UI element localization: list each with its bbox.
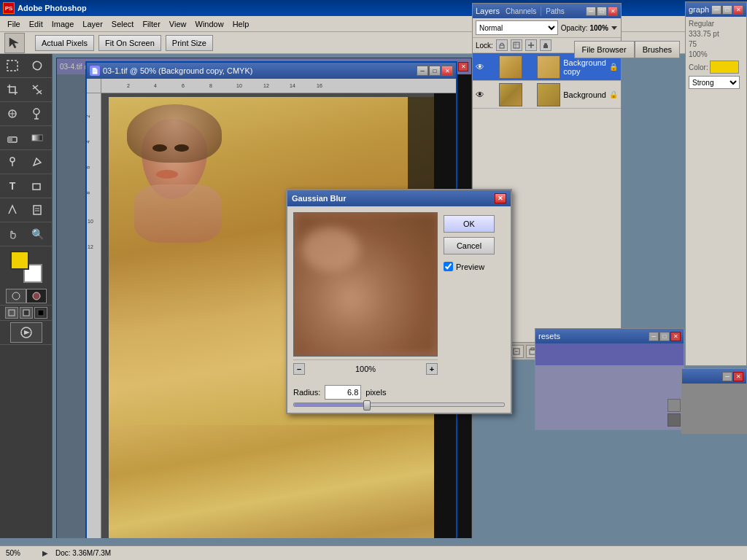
radius-slider-track[interactable] <box>293 402 505 407</box>
screen-mode-1[interactable] <box>5 307 18 319</box>
screen-mode-2[interactable] <box>20 307 33 319</box>
radius-unit: pixels <box>365 388 386 397</box>
menu-help[interactable]: Help <box>228 18 254 30</box>
foreground-color-swatch[interactable] <box>10 251 29 270</box>
file-browser-button[interactable]: File Browser <box>574 41 635 58</box>
marquee-tool[interactable] <box>0 54 25 77</box>
actual-pixels-button[interactable]: Actual Pixels <box>35 35 94 51</box>
style-dropdown[interactable]: Strong None Sharp Crisp Smooth <box>689 76 740 89</box>
lock-image-btn[interactable] <box>511 39 522 51</box>
char-close-btn[interactable]: ✕ <box>733 5 743 15</box>
stamp-tool[interactable] <box>25 102 50 125</box>
slice-tool[interactable] <box>25 78 50 101</box>
fg-bg-colors[interactable] <box>10 251 42 283</box>
layers-minimize-btn[interactable]: ─ <box>586 7 596 16</box>
paths-tab[interactable]: Paths <box>541 7 569 16</box>
fit-on-screen-button[interactable]: Fit On Screen <box>98 35 161 51</box>
resets-btn-2[interactable] <box>667 413 681 427</box>
crop-tool[interactable] <box>0 78 25 101</box>
menu-window[interactable]: Window <box>191 18 228 30</box>
person-layer <box>120 104 251 308</box>
svg-rect-7 <box>8 137 12 142</box>
resets-highlight-row <box>535 343 684 365</box>
svg-rect-26 <box>543 45 548 48</box>
status-nav-arrow[interactable]: ▶ <box>42 549 48 557</box>
layers-close-btn[interactable]: ✕ <box>608 7 618 16</box>
gaussian-blur-ok-btn[interactable]: OK <box>444 215 495 233</box>
type-tool[interactable]: T <box>0 174 25 198</box>
resets-btn-1[interactable] <box>667 399 681 412</box>
app-icon: PS <box>3 2 15 14</box>
color-row: Color: <box>689 61 743 74</box>
text-color-swatch[interactable] <box>710 61 739 74</box>
zoom-in-btn[interactable]: + <box>426 363 438 375</box>
layer-item-background[interactable]: 👁 Background 🔒 <box>473 81 621 109</box>
channels-tab[interactable]: Channels <box>501 7 541 16</box>
resets-maximize-btn[interactable]: □ <box>659 332 670 341</box>
radius-slider-thumb[interactable] <box>363 400 371 411</box>
blend-mode-select[interactable]: Normal Multiply Screen Overlay <box>476 20 558 35</box>
gaussian-blur-preview: – 100% + <box>293 212 438 375</box>
tool-cursor-icon[interactable] <box>4 33 25 53</box>
doc-close-btn[interactable]: ✕ <box>441 66 453 76</box>
menu-view[interactable]: View <box>165 18 191 30</box>
print-size-button[interactable]: Print Size <box>166 35 213 51</box>
eraser-tool[interactable] <box>0 126 25 149</box>
doc-minimize-btn[interactable]: ─ <box>417 66 428 76</box>
path-select-tool[interactable] <box>0 198 25 222</box>
svg-point-14 <box>12 292 20 300</box>
color-area <box>0 246 52 287</box>
doc-maximize-btn[interactable]: □ <box>429 66 441 76</box>
radius-label: Radius: <box>293 388 320 397</box>
doc-icon: 📄 <box>90 66 100 76</box>
panel-buttons: File Browser Brushes <box>574 41 680 58</box>
sec-close-btn[interactable]: ✕ <box>733 372 743 381</box>
doc-title-bar: 📄 03-1.tif @ 50% (Background copy, CMYK)… <box>87 63 456 79</box>
sec-minimize-btn[interactable]: ─ <box>722 372 732 381</box>
layer-visibility-eye-bg[interactable]: 👁 <box>476 89 484 101</box>
layers-panel-title-bar: Layers Channels Paths ─ □ ✕ <box>473 4 621 18</box>
shape-tool[interactable] <box>25 174 50 198</box>
char-maximize-btn[interactable]: □ <box>722 5 732 15</box>
menu-edit[interactable]: Edit <box>25 18 47 30</box>
lasso-tool[interactable] <box>25 54 50 77</box>
notes-tool[interactable] <box>25 198 50 222</box>
gaussian-blur-close-btn[interactable]: ✕ <box>495 193 506 203</box>
pen-tool[interactable] <box>25 150 50 174</box>
lock-transparent-btn[interactable] <box>496 39 508 51</box>
layer-visibility-eye-copy[interactable]: 👁 <box>476 61 484 73</box>
resets-close-btn[interactable]: ✕ <box>670 332 681 341</box>
quickmask-mode-button[interactable] <box>26 289 47 303</box>
preview-checkbox[interactable] <box>444 262 453 271</box>
layer-thumbnail-copy <box>499 55 522 79</box>
gradient-tool[interactable] <box>25 126 50 149</box>
layers-maximize-btn[interactable]: □ <box>597 7 607 16</box>
menu-select[interactable]: Select <box>107 18 139 30</box>
menu-image[interactable]: Image <box>47 18 79 30</box>
resets-minimize-btn[interactable]: ─ <box>649 332 659 341</box>
menu-layer[interactable]: Layer <box>78 18 107 30</box>
zoom-tool[interactable]: 🔍 <box>25 222 50 246</box>
layer-name-background: Background <box>563 90 606 99</box>
healing-tool[interactable] <box>0 102 25 125</box>
char-minimize-btn[interactable]: ─ <box>711 5 721 15</box>
normal-mode-button[interactable] <box>6 289 26 303</box>
brushes-button[interactable]: Brushes <box>635 41 680 58</box>
radius-input[interactable] <box>325 385 361 400</box>
character-panel: graph ─ □ ✕ Regular 333.75 pt 75 100% Co… <box>685 1 747 366</box>
jump-to-imageready[interactable] <box>10 322 42 343</box>
menu-file[interactable]: File <box>3 18 25 30</box>
character-panel-content: Regular 333.75 pt 75 100% Color: Strong … <box>686 17 746 94</box>
zoom-out-btn[interactable]: – <box>293 363 305 375</box>
gaussian-blur-cancel-btn[interactable]: Cancel <box>444 237 495 254</box>
leading-row: 75 <box>689 40 743 48</box>
screen-mode-3[interactable] <box>34 307 47 319</box>
hand-tool[interactable] <box>0 222 25 246</box>
lock-all-btn[interactable] <box>540 39 551 51</box>
gaussian-blur-dialog: Gaussian Blur ✕ – 100% + <box>286 189 512 414</box>
menu-filter[interactable]: Filter <box>138 18 164 30</box>
lock-position-btn[interactable] <box>525 39 537 51</box>
back-doc-close[interactable]: ✕ <box>458 62 468 71</box>
dodge-tool[interactable] <box>0 150 25 174</box>
secondary-win-btns: ─ ✕ <box>722 372 743 381</box>
